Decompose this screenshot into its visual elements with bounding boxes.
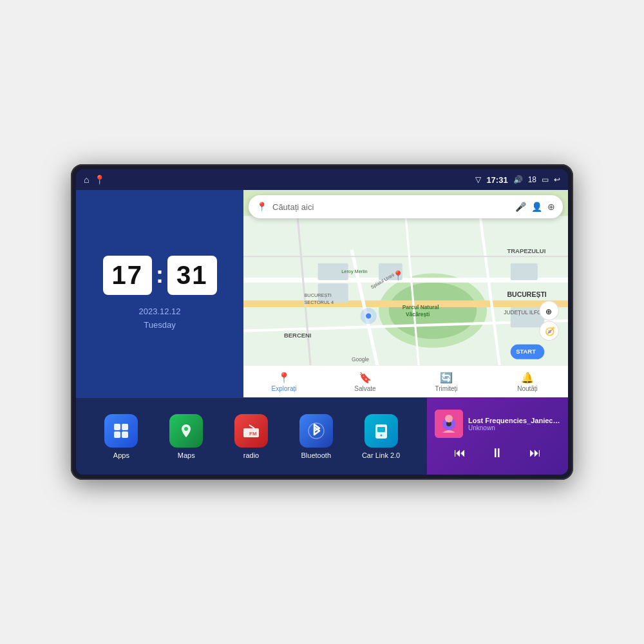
svg-rect-46 [377,427,385,432]
map-search-placeholder: Căutați aici [272,202,510,212]
svg-text:Văcărești: Văcărești [406,311,430,317]
music-title: Lost Frequencies_Janieck Devy-... [468,417,560,424]
car-display-device: ⌂ 📍 ▽ 17:31 🔊 18 ▭ ↩ 17 : [71,164,573,480]
svg-text:Leroy Merlin: Leroy Merlin [341,269,367,275]
screen: ⌂ 📍 ▽ 17:31 🔊 18 ▭ ↩ 17 : [76,169,568,475]
radio-label: radio [243,451,259,459]
svg-rect-14 [511,263,538,280]
svg-rect-38 [114,431,120,438]
svg-point-40 [184,427,188,431]
main-content: 17 : 31 2023.12.12 Tuesday [76,190,568,475]
maps-label: Maps [178,451,195,459]
clock-colon: : [156,261,164,289]
app-item-apps[interactable]: Apps [99,414,144,459]
clock-widget: 17 : 31 2023.12.12 Tuesday [76,190,243,397]
svg-rect-39 [122,431,128,438]
svg-text:TRAPEZULUI: TRAPEZULUI [507,247,546,254]
share-label: Trimiteți [435,385,457,392]
saved-icon: 🔖 [359,372,372,384]
prev-button[interactable]: ⏮ [449,444,471,462]
explore-label: Explorați [272,385,297,392]
map-nav-saved[interactable]: 🔖 Salvate [325,372,406,392]
bottom-section: Apps Maps [76,397,568,475]
svg-text:FM: FM [249,431,257,437]
home-icon[interactable]: ⌂ [84,175,89,185]
svg-text:BUCUREȘTI: BUCUREȘTI [507,290,547,298]
mic-icon[interactable]: 🎤 [515,202,526,212]
music-controls: ⏮ ⏸ ⏭ [435,443,560,463]
news-label: Noutăți [517,385,538,392]
saved-label: Salvate [354,385,375,392]
clock-hours: 17 [103,256,153,295]
clock-minutes: 31 [167,256,217,295]
album-art [435,410,463,438]
svg-text:START: START [516,348,536,355]
map-bottom-nav: 📍 Explorați 🔖 Salvate 🔄 Trimiteți � [243,365,568,397]
app-item-maps[interactable]: Maps [164,414,209,459]
svg-text:BERCENI: BERCENI [284,332,311,339]
svg-text:Google: Google [352,356,369,363]
battery-icon: ▭ [542,175,549,184]
music-artist: Unknown [468,424,560,431]
svg-text:JUDEȚUL ILFOV: JUDEȚUL ILFOV [504,309,545,316]
maps-status-icon[interactable]: 📍 [94,175,105,185]
music-text: Lost Frequencies_Janieck Devy-... Unknow… [468,417,560,431]
svg-text:BUCUREȘTI: BUCUREȘTI [305,292,332,298]
explore-icon: 📍 [278,372,290,384]
status-left-icons: ⌂ 📍 [84,175,105,185]
app-item-bluetooth[interactable]: Bluetooth [294,414,339,459]
status-time: 17:31 [486,175,507,185]
signal-icon: ▽ [475,175,481,184]
radio-icon: FM [234,414,268,448]
svg-point-27 [361,308,377,324]
svg-text:SECTORUL 4: SECTORUL 4 [305,299,334,305]
clock-display: 17 : 31 [103,256,217,295]
map-nav-share[interactable]: 🔄 Trimiteți [406,372,487,392]
news-icon: 🔔 [521,372,534,384]
svg-rect-37 [122,424,128,430]
app-grid: Apps Maps [76,398,426,475]
svg-rect-36 [114,424,120,430]
status-right-info: ▽ 17:31 🔊 18 ▭ ↩ [475,175,560,185]
share-icon: 🔄 [440,372,453,384]
map-search-actions: 🎤 👤 ⊕ [515,202,555,212]
music-info: Lost Frequencies_Janieck Devy-... Unknow… [435,410,560,438]
battery-level: 18 [528,175,536,184]
clock-date-value: 2023.12.12 [138,305,180,319]
map-pin-icon: 📍 [256,202,267,212]
app-item-carlink[interactable]: Car Link 2.0 [359,414,404,459]
account-icon[interactable]: 👤 [531,202,542,212]
layers-icon[interactable]: ⊕ [547,202,555,212]
clock-day: Tuesday [138,319,180,332]
maps-icon [169,414,203,448]
map-nav-explore[interactable]: 📍 Explorați [243,372,325,392]
clock-date: 2023.12.12 Tuesday [138,305,180,332]
apps-icon [104,414,138,448]
carlink-label: Car Link 2.0 [362,451,400,459]
app-item-radio[interactable]: FM radio [229,414,274,459]
map-nav-news[interactable]: 🔔 Noutăți [487,372,568,392]
bluetooth-label: Bluetooth [301,451,331,459]
svg-text:🧭: 🧭 [545,327,555,337]
top-section: 17 : 31 2023.12.12 Tuesday [76,190,568,397]
volume-icon: 🔊 [513,175,523,184]
svg-point-47 [380,434,382,436]
play-pause-button[interactable]: ⏸ [486,443,509,463]
bluetooth-icon [299,414,333,448]
svg-line-43 [249,425,254,428]
music-player: Lost Frequencies_Janieck Devy-... Unknow… [426,398,568,475]
status-bar: ⌂ 📍 ▽ 17:31 🔊 18 ▭ ↩ [76,169,568,190]
apps-label: Apps [113,451,129,459]
svg-point-51 [445,415,453,422]
svg-text:Parcul Natural: Parcul Natural [402,304,439,310]
next-button[interactable]: ⏭ [524,444,546,462]
carlink-icon [365,414,398,448]
map-widget: TRAPEZULUI BUCUREȘTI JUDEȚUL ILFOV BERCE… [243,190,568,397]
back-icon[interactable]: ↩ [554,175,560,184]
svg-point-2 [389,282,477,339]
svg-text:⊕: ⊕ [545,308,552,316]
map-search-bar[interactable]: 📍 Căutați aici 🎤 👤 ⊕ [249,195,563,218]
